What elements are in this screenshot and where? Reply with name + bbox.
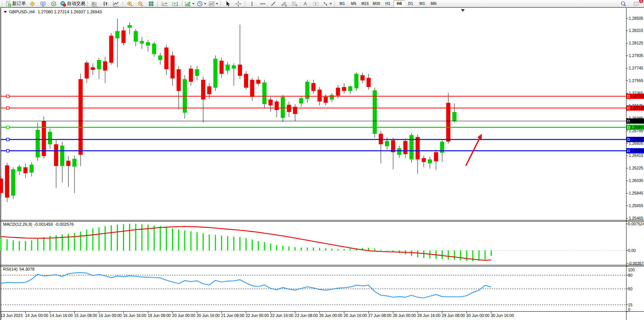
candle-body <box>428 159 432 163</box>
horizontal-line-button[interactable] <box>257 0 268 8</box>
time-tick-label: 28 Jun 16:00 <box>417 313 440 318</box>
styler-button[interactable] <box>27 0 38 8</box>
new-order-button[interactable]: 新订单 <box>4 0 27 8</box>
toolbar-separator <box>245 1 245 7</box>
tf-button-m30[interactable]: M30 <box>371 0 382 7</box>
hline-handle[interactable] <box>6 95 9 98</box>
fibonacci-button[interactable]: F <box>289 0 300 8</box>
candle-body <box>158 55 163 60</box>
candle-body <box>54 144 58 166</box>
notifications-button[interactable]: 1 <box>631 0 642 8</box>
time-tick-label: 28 Jun 00:00 <box>393 313 416 318</box>
auto-scroll-button[interactable] <box>159 0 170 8</box>
candle-body <box>281 97 285 118</box>
templates-icon <box>209 1 215 7</box>
candlestick-chart-icon <box>102 1 108 7</box>
candle-body <box>410 135 414 159</box>
zoom-in-button[interactable] <box>124 0 135 8</box>
trendline-button[interactable] <box>268 0 279 8</box>
candle-body <box>103 61 107 70</box>
candle-body <box>72 159 77 167</box>
tile-windows-icon <box>148 1 154 7</box>
line-chart-icon <box>113 1 119 7</box>
candle-body <box>330 95 334 100</box>
candle-body <box>36 130 40 158</box>
arrows-button[interactable] <box>321 0 333 8</box>
candle-body <box>268 100 273 106</box>
candle-body <box>177 69 181 91</box>
chat-bubble-icon <box>633 1 639 7</box>
tf-button-h1[interactable]: H1 <box>382 0 394 7</box>
tf-button-w1[interactable]: W1 <box>416 0 428 7</box>
time-tick-label: 13 Jun 2023 <box>1 313 23 318</box>
price-tick-label: 1.27745 <box>629 66 643 70</box>
hline-handle[interactable] <box>6 149 9 152</box>
time-tick-label: 14 Jun 16:00 <box>49 313 73 318</box>
candle-body <box>385 141 389 146</box>
price-tick-label: 1.25655 <box>629 203 643 208</box>
chart-shift-button[interactable] <box>170 0 181 8</box>
price-tick-label: 1.28315 <box>629 28 643 33</box>
price-tick-label: 1.27555 <box>629 78 643 83</box>
rsi-name: RSI(14) <box>3 267 18 271</box>
indicators-icon <box>185 1 191 7</box>
indicators-button[interactable] <box>184 0 196 8</box>
candle-body <box>164 48 169 69</box>
price-label-text: 1.27319 <box>630 94 644 98</box>
terminal-button[interactable] <box>38 0 48 8</box>
hline-handle[interactable] <box>6 126 9 129</box>
toolbar-separator <box>123 1 123 7</box>
tf-button-h4[interactable]: H4 <box>394 0 405 7</box>
candle-body <box>287 105 291 112</box>
toolbar-separator <box>158 1 158 7</box>
time-tick-label: 14 Jun 00:00 <box>25 313 48 318</box>
zoom-out-button[interactable] <box>135 0 146 8</box>
autotrade-button[interactable]: 自动交易 <box>59 0 86 8</box>
bar-chart-button[interactable] <box>89 0 100 8</box>
cursor-button[interactable] <box>222 0 233 8</box>
search-icon <box>620 1 626 7</box>
time-tick-label: 16 Jun 16:00 <box>123 313 147 318</box>
tf-button-m15[interactable]: M15 <box>359 0 371 7</box>
tf-button-m1[interactable]: M1 <box>336 0 348 7</box>
price-tick-label: 1.26035 <box>629 178 643 183</box>
search-button[interactable] <box>618 0 629 8</box>
autotrade-label: 自动交易 <box>67 0 85 7</box>
tf-button-mn[interactable]: MN <box>428 0 439 7</box>
candle-body <box>23 167 27 173</box>
candle-body <box>121 30 126 43</box>
candle-body <box>152 44 156 54</box>
periods-button[interactable] <box>196 0 207 8</box>
candle-body <box>78 79 83 155</box>
zoom-in-icon <box>127 1 133 7</box>
time-tick-label: 16 Jun 00:00 <box>99 313 122 318</box>
time-tick-label: 23 Jun 08:00 <box>295 313 318 318</box>
templates-button[interactable] <box>207 0 219 8</box>
text-button[interactable]: A <box>300 0 311 8</box>
auto-scroll-icon <box>162 1 168 7</box>
text-label-button[interactable]: T <box>311 0 321 8</box>
vertical-line-button[interactable] <box>247 0 257 8</box>
signals-button[interactable] <box>48 0 59 8</box>
candle-body <box>348 86 352 91</box>
cursor-icon <box>225 1 231 7</box>
equidistant-channel-button[interactable]: E <box>279 0 289 8</box>
tf-button-m5[interactable]: M5 <box>348 0 359 7</box>
candle-body <box>115 31 120 38</box>
candle-body <box>5 165 9 198</box>
toolbar-grip <box>2 1 3 6</box>
candle-body <box>446 103 450 142</box>
candle-body <box>97 60 101 69</box>
equidistant-channel-icon: E <box>281 1 287 7</box>
svg-text:E: E <box>285 4 287 7</box>
candle-body <box>317 90 322 101</box>
tf-button-d1[interactable]: D1 <box>405 0 416 7</box>
time-tick-label: 29 Jun 08:00 <box>442 313 465 318</box>
tile-windows-button[interactable] <box>146 0 156 8</box>
candle-body <box>48 132 52 144</box>
line-chart-button[interactable] <box>111 0 121 8</box>
candlestick-chart-button[interactable] <box>100 0 111 8</box>
hline-handle[interactable] <box>6 138 9 141</box>
hline-handle[interactable] <box>6 107 9 109</box>
crosshair-button[interactable] <box>233 0 244 8</box>
